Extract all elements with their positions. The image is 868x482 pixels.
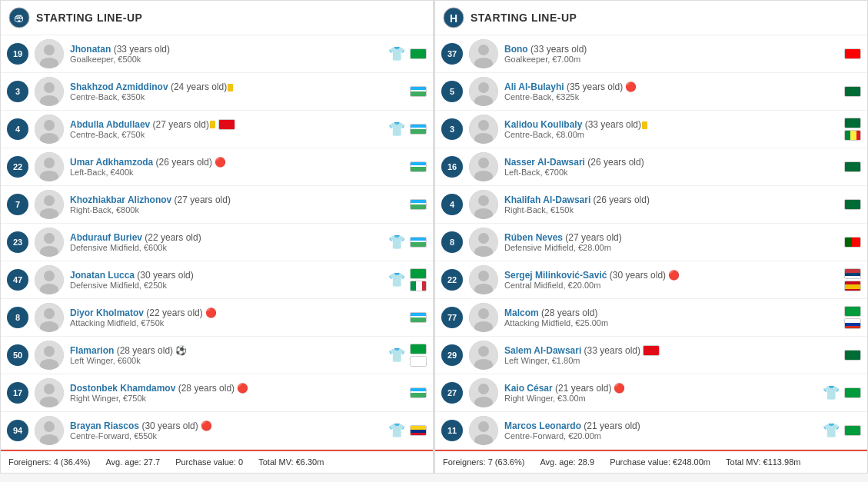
player-row: 4 Abdulla Abdullaev (27 years old)Centre… bbox=[1, 111, 433, 148]
player-name[interactable]: Umar Adkhamzoda (26 years old)🔴 bbox=[70, 157, 405, 168]
player-info: Dostonbek Khamdamov (28 years old)🔴Right… bbox=[70, 383, 405, 403]
flag-ca bbox=[844, 48, 861, 59]
svg-rect-17 bbox=[411, 125, 427, 128]
substitution-icon: 👕 bbox=[388, 422, 405, 439]
flag-rs bbox=[844, 268, 861, 279]
player-action-icons: 👕 bbox=[388, 121, 405, 138]
player-position: Defensive Midfield, €600k bbox=[70, 243, 388, 252]
player-position: Right Winger, €750k bbox=[70, 394, 405, 403]
flag-it bbox=[410, 281, 427, 291]
team2-avg-age: Avg. age: 28.9 bbox=[540, 457, 594, 467]
svg-point-3 bbox=[44, 45, 55, 55]
player-position: Centre-Forward, €550k bbox=[70, 431, 388, 440]
player-avatar bbox=[35, 416, 64, 445]
flag-br bbox=[410, 344, 427, 354]
svg-rect-108 bbox=[845, 289, 861, 291]
flag-co bbox=[410, 425, 427, 436]
player-row: 8 Diyor Kholmatov (22 years old)🔴Attacki… bbox=[1, 299, 433, 337]
player-avatar bbox=[35, 378, 64, 407]
player-name[interactable]: Dostonbek Khamdamov (28 years old)🔴 bbox=[70, 383, 405, 394]
player-name[interactable]: Sergej Milinković-Savić (30 years old)🔴 bbox=[504, 270, 840, 281]
player-avatar bbox=[469, 39, 498, 68]
red-arrow-icon: 🔴 bbox=[614, 383, 625, 394]
svg-rect-86 bbox=[856, 131, 861, 141]
player-row: 77 Malcom (28 years old)Attacking Midfie… bbox=[435, 299, 867, 337]
player-info: Jonatan Lucca (30 years old)Defensive Mi… bbox=[70, 270, 388, 290]
player-row: 8 Rúben Neves (27 years old)Defensive Mi… bbox=[435, 224, 867, 261]
player-row: 16 Nasser Al-Dawsari (26 years old)Left-… bbox=[435, 148, 867, 186]
team2-purchase: Purchase value: €248.00m bbox=[610, 457, 710, 467]
player-avatar bbox=[469, 265, 498, 294]
team1-avg-age: Avg. age: 27.7 bbox=[105, 457, 160, 467]
player-name[interactable]: Marcos Leonardo (21 years old) bbox=[504, 421, 823, 431]
player-name[interactable]: Khalifah Al-Dawsari (26 years old) bbox=[504, 194, 840, 205]
substitution-icon: 👕 bbox=[823, 384, 840, 401]
player-name[interactable]: Kaio César (21 years old)🔴 bbox=[504, 383, 823, 394]
player-info: Rúben Neves (27 years old)Defensive Midf… bbox=[504, 232, 840, 252]
player-number: 50 bbox=[7, 344, 28, 366]
player-info: Salem Al-Dawsari (33 years old)Left Wing… bbox=[504, 345, 840, 366]
player-name[interactable]: Bono (33 years old) bbox=[504, 44, 840, 55]
flag-tr bbox=[218, 119, 235, 130]
player-position: Left Winger, €600k bbox=[70, 356, 388, 365]
svg-point-73 bbox=[478, 45, 489, 55]
player-row: 22 Sergej Milinković-Savić (30 years old… bbox=[435, 261, 867, 299]
player-name[interactable]: Shakhzod Azmiddinov (24 years old) bbox=[70, 81, 405, 92]
player-avatar bbox=[35, 115, 64, 144]
svg-rect-84 bbox=[845, 131, 850, 141]
player-action-icons: 👕 bbox=[388, 271, 405, 288]
player-position: Centre-Forward, €20.00m bbox=[504, 431, 823, 440]
player-name[interactable]: Diyor Kholmatov (22 years old)🔴 bbox=[70, 307, 405, 318]
player-avatar bbox=[469, 190, 498, 219]
player-name[interactable]: Jonatan Lucca (30 years old) bbox=[70, 270, 388, 281]
player-position: Centre-Back, €325k bbox=[504, 92, 840, 101]
svg-rect-68 bbox=[411, 430, 427, 433]
player-flags bbox=[844, 118, 861, 141]
player-info: Khalifah Al-Dawsari (26 years old)Right-… bbox=[504, 194, 840, 214]
player-name[interactable]: Brayan Riascos (30 years old)🔴 bbox=[70, 421, 388, 431]
player-name[interactable]: Kalidou Koulibaly (33 years old) bbox=[504, 119, 840, 130]
player-name[interactable]: Abdulla Abdullaev (27 years old) bbox=[70, 119, 388, 131]
player-number: 3 bbox=[7, 81, 28, 102]
player-name[interactable]: Malcom (28 years old) bbox=[504, 307, 840, 318]
player-row: 22 Umar Adkhamzoda (26 years old)🔴Left-B… bbox=[1, 148, 433, 186]
substitution-icon: 👕 bbox=[388, 121, 405, 138]
player-name[interactable]: Ali Al-Bulayhi (35 years old)🔴 bbox=[504, 81, 840, 92]
player-position: Centre-Back, €8.00m bbox=[504, 130, 840, 139]
red-arrow-icon: 🔴 bbox=[201, 421, 212, 431]
player-name[interactable]: Salem Al-Dawsari (33 years old) bbox=[504, 345, 840, 357]
player-name[interactable]: Flamarion (28 years old)⚽ bbox=[70, 345, 388, 356]
player-name[interactable]: Jhonatan (33 years old) bbox=[70, 44, 388, 55]
player-row: 29 Salem Al-Dawsari (33 years old)Left W… bbox=[435, 337, 867, 374]
player-number: 27 bbox=[441, 382, 463, 404]
player-position: Centre-Back, €350k bbox=[70, 92, 405, 101]
player-name[interactable]: Khozhiakbar Alizhonov (27 years old) bbox=[70, 194, 405, 205]
player-position: Right Winger, €3.00m bbox=[504, 394, 823, 403]
player-avatar bbox=[35, 265, 64, 294]
player-info: Ali Al-Bulayhi (35 years old)🔴Centre-Bac… bbox=[504, 81, 840, 101]
svg-rect-83 bbox=[845, 118, 861, 128]
player-flags bbox=[410, 312, 427, 323]
svg-text:🏟: 🏟 bbox=[14, 12, 25, 24]
player-flags bbox=[844, 161, 861, 172]
player-action-icons: 👕 bbox=[388, 234, 405, 251]
svg-rect-11 bbox=[411, 90, 427, 91]
player-name[interactable]: Abdurauf Buriev (22 years old) bbox=[70, 232, 388, 243]
svg-point-128 bbox=[478, 421, 489, 432]
flag-sa bbox=[844, 350, 861, 361]
player-avatar bbox=[469, 115, 498, 144]
player-row: 50 Flamarion (28 years old)⚽Left Winger,… bbox=[1, 337, 433, 374]
player-name[interactable]: Nasser Al-Dawsari (26 years old) bbox=[504, 157, 840, 168]
player-position: Goalkeeper, €500k bbox=[70, 55, 388, 64]
player-avatar bbox=[35, 190, 64, 219]
player-info: Flamarion (28 years old)⚽Left Winger, €6… bbox=[70, 345, 388, 365]
player-row: 7 Khozhiakbar Alizhonov (27 years old)Ri… bbox=[1, 186, 433, 224]
substitution-icon: 👕 bbox=[388, 347, 405, 364]
player-info: Jhonatan (33 years old)Goalkeeper, €500k bbox=[70, 44, 388, 64]
svg-rect-36 bbox=[411, 241, 427, 242]
player-name[interactable]: Rúben Neves (27 years old) bbox=[504, 232, 840, 243]
player-avatar bbox=[469, 228, 498, 257]
team2-total-mv: Total MV: €113.98m bbox=[726, 457, 800, 467]
flag-uz bbox=[410, 161, 427, 172]
red-arrow-icon: 🔴 bbox=[205, 307, 217, 318]
